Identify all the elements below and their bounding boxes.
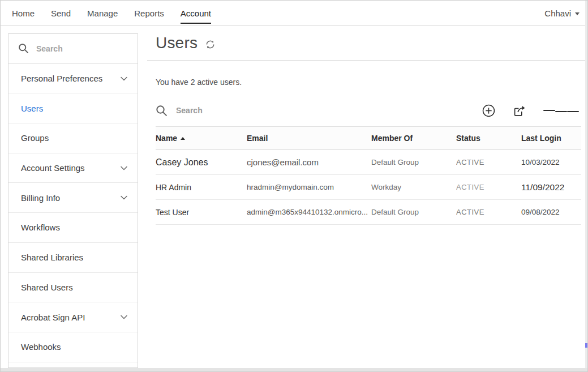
table-toolbar: [156, 99, 579, 122]
sidebar-item-label: Personal Preferences: [21, 74, 121, 83]
options-menu-icon[interactable]: [543, 109, 579, 113]
sidebar-item-workflows[interactable]: Workflows: [8, 213, 138, 243]
user-member-of-cell: Default Group: [371, 158, 456, 166]
window-bottom-edge: [1, 368, 587, 371]
sidebar-item-label: Groups: [21, 133, 127, 143]
user-status-cell: ACTIVE: [456, 183, 521, 191]
column-header-email[interactable]: Email: [247, 134, 371, 143]
sidebar-item-account-settings[interactable]: Account Settings: [8, 153, 138, 183]
table-header-row: Name Email Member Of Status Last Login: [156, 127, 581, 150]
column-header-member-of[interactable]: Member Of: [371, 134, 456, 143]
user-row-hr-admin[interactable]: HR Admin hradmin@mydomain.com Workday AC…: [156, 175, 581, 200]
add-user-icon[interactable]: [482, 104, 495, 117]
sidebar-item-label: Users: [21, 104, 127, 113]
sidebar-search-input[interactable]: [36, 44, 138, 53]
user-row-casey-jones[interactable]: Casey Jones cjones@email.com Default Gro…: [156, 150, 581, 175]
nav-item-home[interactable]: Home: [12, 1, 35, 25]
sidebar-item-groups[interactable]: Groups: [8, 123, 138, 153]
sidebar-item-users[interactable]: Users: [8, 93, 138, 123]
nav-item-label: Send: [51, 8, 71, 18]
app-window: Home Send Manage Reports Account Chhavi …: [0, 0, 588, 372]
chevron-down-icon: [121, 195, 127, 200]
user-email-cell: admin@m365x94410132.onmicro...: [247, 208, 371, 216]
users-page: Users You have 2 active users.: [138, 26, 585, 368]
sidebar-item-label: Workflows: [21, 223, 127, 232]
sort-ascending-icon: [181, 137, 185, 140]
column-label: Name: [156, 134, 177, 143]
column-label: Email: [247, 134, 268, 143]
user-account-menu[interactable]: Chhavi: [544, 8, 587, 18]
sidebar-item-partial: [8, 362, 138, 368]
nav-item-account[interactable]: Account: [181, 1, 211, 25]
title-divider: [147, 60, 585, 61]
nav-item-label: Reports: [134, 8, 164, 18]
nav-item-label: Manage: [87, 8, 118, 18]
sidebar-item-label: Acrobat Sign API: [21, 313, 121, 322]
scrollbar-thumb[interactable]: [585, 343, 587, 348]
column-label: Member Of: [371, 134, 413, 143]
sidebar-item-label: Account Settings: [21, 163, 121, 173]
column-header-status[interactable]: Status: [456, 134, 521, 143]
vertical-scrollbar-track[interactable]: [585, 1, 587, 371]
page-title: Users: [156, 34, 198, 52]
export-icon[interactable]: [513, 104, 526, 117]
user-name-cell: Test User: [156, 208, 247, 217]
sidebar-item-label: Webhooks: [21, 342, 127, 352]
active-users-summary: You have 2 active users.: [156, 78, 242, 87]
chevron-down-icon: [121, 315, 127, 319]
search-icon: [156, 105, 168, 117]
sidebar-item-billing-info[interactable]: Billing Info: [8, 183, 138, 213]
caret-down-icon: [575, 12, 580, 15]
user-name: Chhavi: [544, 8, 571, 18]
nav-item-send[interactable]: Send: [51, 1, 71, 25]
users-table: Name Email Member Of Status Last Login C…: [156, 126, 581, 225]
chevron-down-icon: [121, 166, 127, 170]
user-row-test-user[interactable]: Test User admin@m365x94410132.onmicro...…: [156, 200, 581, 225]
column-header-last-login[interactable]: Last Login: [521, 134, 581, 143]
sidebar-search[interactable]: [8, 34, 138, 64]
nav-item-label: Account: [181, 8, 211, 18]
nav-item-manage[interactable]: Manage: [87, 1, 118, 25]
user-email-cell: cjones@email.com: [247, 157, 371, 167]
user-status-cell: ACTIVE: [456, 208, 521, 216]
users-search[interactable]: [156, 105, 482, 117]
sidebar-item-shared-libraries[interactable]: Shared Libraries: [8, 243, 138, 273]
sidebar-item-webhooks[interactable]: Webhooks: [8, 332, 138, 362]
search-icon: [18, 43, 29, 54]
top-navigation: Home Send Manage Reports Account Chhavi: [1, 1, 587, 26]
users-search-input[interactable]: [176, 106, 414, 115]
user-member-of-cell: Workday: [371, 183, 456, 191]
sidebar-item-acrobat-sign-api[interactable]: Acrobat Sign API: [8, 302, 138, 332]
sidebar-item-label: Billing Info: [21, 193, 121, 203]
column-header-name[interactable]: Name: [156, 134, 247, 143]
refresh-icon[interactable]: [205, 39, 216, 50]
sidebar-item-label: Shared Libraries: [21, 253, 127, 262]
sidebar-item-personal-preferences[interactable]: Personal Preferences: [8, 64, 138, 94]
sidebar-item-label: Shared Users: [21, 283, 127, 292]
nav-tabs: Home Send Manage Reports Account: [12, 1, 211, 25]
user-last-login-cell: 10/03/2022: [521, 158, 581, 166]
column-label: Status: [456, 134, 480, 143]
user-status-cell: ACTIVE: [456, 158, 521, 166]
user-name-cell: Casey Jones: [156, 157, 247, 168]
user-last-login-cell: 11/09/2022: [521, 182, 581, 193]
settings-sidebar: Personal Preferences Users Groups Accoun…: [8, 33, 138, 368]
chevron-down-icon: [121, 76, 127, 81]
user-name-cell: HR Admin: [156, 183, 247, 192]
user-last-login-cell: 09/08/2022: [521, 208, 581, 216]
nav-item-label: Home: [12, 8, 35, 18]
sidebar-item-shared-users[interactable]: Shared Users: [8, 273, 138, 303]
nav-item-reports[interactable]: Reports: [134, 1, 164, 25]
column-label: Last Login: [521, 134, 561, 143]
user-email-cell: hradmin@mydomain.com: [247, 183, 371, 191]
user-member-of-cell: Default Group: [371, 208, 456, 216]
